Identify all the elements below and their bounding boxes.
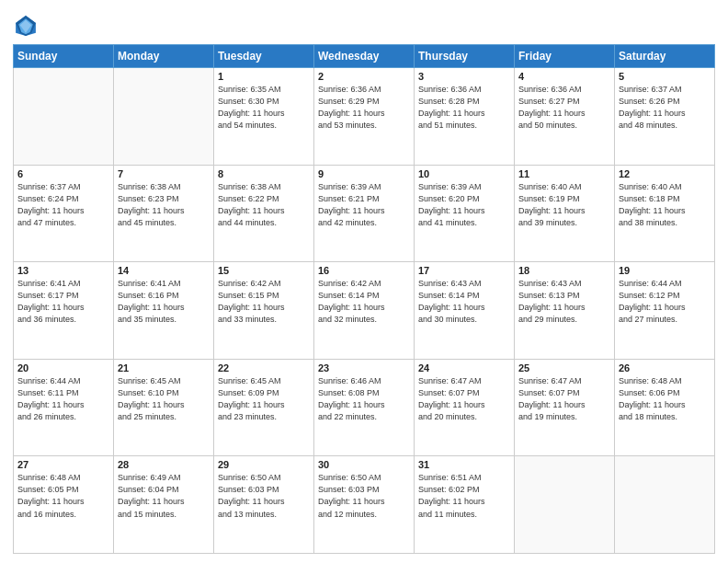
day-info: Sunrise: 6:47 AM Sunset: 6:07 PM Dayligh… [418,375,510,423]
calendar-cell: 7Sunrise: 6:38 AM Sunset: 6:23 PM Daylig… [114,165,214,262]
calendar-cell: 22Sunrise: 6:45 AM Sunset: 6:09 PM Dayli… [214,359,314,456]
day-number: 19 [619,265,711,276]
day-number: 15 [218,265,310,276]
day-info: Sunrise: 6:45 AM Sunset: 6:10 PM Dayligh… [118,375,210,423]
calendar-cell: 30Sunrise: 6:50 AM Sunset: 6:03 PM Dayli… [314,456,415,554]
weekday-header: Monday [114,45,214,68]
calendar-week-row: 20Sunrise: 6:44 AM Sunset: 6:11 PM Dayli… [14,359,715,456]
calendar-cell: 11Sunrise: 6:40 AM Sunset: 6:19 PM Dayli… [515,165,615,262]
day-info: Sunrise: 6:41 AM Sunset: 6:16 PM Dayligh… [118,278,210,326]
day-number: 11 [518,168,610,179]
day-number: 26 [619,362,711,373]
day-number: 18 [518,265,610,276]
calendar-cell: 20Sunrise: 6:44 AM Sunset: 6:11 PM Dayli… [14,359,114,456]
day-number: 10 [418,168,510,179]
calendar-cell [114,68,214,166]
day-number: 27 [17,459,109,470]
day-info: Sunrise: 6:42 AM Sunset: 6:14 PM Dayligh… [318,278,410,326]
day-info: Sunrise: 6:42 AM Sunset: 6:15 PM Dayligh… [218,278,310,326]
logo [13,13,42,39]
calendar-cell [14,68,114,166]
day-number: 16 [318,265,410,276]
weekday-header: Thursday [415,45,515,68]
calendar-cell [615,456,715,554]
calendar-cell: 25Sunrise: 6:47 AM Sunset: 6:07 PM Dayli… [515,359,615,456]
day-number: 13 [17,265,109,276]
calendar-cell: 28Sunrise: 6:49 AM Sunset: 6:04 PM Dayli… [114,456,214,554]
weekday-header: Tuesday [214,45,314,68]
day-number: 28 [118,459,210,470]
day-info: Sunrise: 6:40 AM Sunset: 6:18 PM Dayligh… [619,181,711,229]
day-number: 31 [418,459,510,470]
calendar-week-row: 1Sunrise: 6:35 AM Sunset: 6:30 PM Daylig… [14,68,715,166]
calendar-cell: 17Sunrise: 6:43 AM Sunset: 6:14 PM Dayli… [415,262,515,360]
logo-icon [13,13,39,39]
day-number: 1 [218,71,310,82]
day-info: Sunrise: 6:40 AM Sunset: 6:19 PM Dayligh… [518,181,610,229]
day-number: 4 [518,71,610,82]
day-info: Sunrise: 6:35 AM Sunset: 6:30 PM Dayligh… [218,84,310,132]
calendar-week-row: 6Sunrise: 6:37 AM Sunset: 6:24 PM Daylig… [14,165,715,262]
calendar-cell: 12Sunrise: 6:40 AM Sunset: 6:18 PM Dayli… [615,165,715,262]
day-number: 12 [619,168,711,179]
calendar-cell: 4Sunrise: 6:36 AM Sunset: 6:27 PM Daylig… [515,68,615,166]
day-info: Sunrise: 6:43 AM Sunset: 6:13 PM Dayligh… [518,278,610,326]
day-info: Sunrise: 6:50 AM Sunset: 6:03 PM Dayligh… [218,472,310,520]
calendar-cell: 24Sunrise: 6:47 AM Sunset: 6:07 PM Dayli… [415,359,515,456]
day-info: Sunrise: 6:48 AM Sunset: 6:06 PM Dayligh… [619,375,711,423]
calendar-cell: 8Sunrise: 6:38 AM Sunset: 6:22 PM Daylig… [214,165,314,262]
day-info: Sunrise: 6:49 AM Sunset: 6:04 PM Dayligh… [118,472,210,520]
weekday-header: Saturday [615,45,715,68]
day-info: Sunrise: 6:36 AM Sunset: 6:29 PM Dayligh… [318,84,410,132]
day-number: 25 [518,362,610,373]
day-info: Sunrise: 6:50 AM Sunset: 6:03 PM Dayligh… [318,472,410,520]
day-info: Sunrise: 6:36 AM Sunset: 6:28 PM Dayligh… [418,84,510,132]
calendar-cell: 2Sunrise: 6:36 AM Sunset: 6:29 PM Daylig… [314,68,415,166]
day-number: 6 [17,168,109,179]
day-info: Sunrise: 6:47 AM Sunset: 6:07 PM Dayligh… [518,375,610,423]
day-info: Sunrise: 6:37 AM Sunset: 6:24 PM Dayligh… [17,181,109,229]
calendar-cell: 31Sunrise: 6:51 AM Sunset: 6:02 PM Dayli… [415,456,515,554]
day-number: 24 [418,362,510,373]
page: SundayMondayTuesdayWednesdayThursdayFrid… [0,0,728,563]
weekday-header: Friday [515,45,615,68]
day-info: Sunrise: 6:51 AM Sunset: 6:02 PM Dayligh… [418,472,510,520]
calendar-cell: 16Sunrise: 6:42 AM Sunset: 6:14 PM Dayli… [314,262,415,360]
calendar-cell: 5Sunrise: 6:37 AM Sunset: 6:26 PM Daylig… [615,68,715,166]
header [13,9,715,39]
calendar-cell: 6Sunrise: 6:37 AM Sunset: 6:24 PM Daylig… [14,165,114,262]
day-info: Sunrise: 6:43 AM Sunset: 6:14 PM Dayligh… [418,278,510,326]
calendar-cell: 3Sunrise: 6:36 AM Sunset: 6:28 PM Daylig… [415,68,515,166]
day-number: 7 [118,168,210,179]
day-info: Sunrise: 6:38 AM Sunset: 6:23 PM Dayligh… [118,181,210,229]
calendar-cell: 14Sunrise: 6:41 AM Sunset: 6:16 PM Dayli… [114,262,214,360]
day-number: 22 [218,362,310,373]
calendar-cell: 18Sunrise: 6:43 AM Sunset: 6:13 PM Dayli… [515,262,615,360]
day-number: 9 [318,168,410,179]
calendar-week-row: 13Sunrise: 6:41 AM Sunset: 6:17 PM Dayli… [14,262,715,360]
day-info: Sunrise: 6:41 AM Sunset: 6:17 PM Dayligh… [17,278,109,326]
day-number: 3 [418,71,510,82]
calendar-cell: 21Sunrise: 6:45 AM Sunset: 6:10 PM Dayli… [114,359,214,456]
day-info: Sunrise: 6:44 AM Sunset: 6:12 PM Dayligh… [619,278,711,326]
calendar-cell: 9Sunrise: 6:39 AM Sunset: 6:21 PM Daylig… [314,165,415,262]
calendar-week-row: 27Sunrise: 6:48 AM Sunset: 6:05 PM Dayli… [14,456,715,554]
calendar-cell: 26Sunrise: 6:48 AM Sunset: 6:06 PM Dayli… [615,359,715,456]
day-info: Sunrise: 6:39 AM Sunset: 6:20 PM Dayligh… [418,181,510,229]
day-info: Sunrise: 6:46 AM Sunset: 6:08 PM Dayligh… [318,375,410,423]
day-number: 14 [118,265,210,276]
calendar-table: SundayMondayTuesdayWednesdayThursdayFrid… [13,44,715,554]
calendar-cell: 1Sunrise: 6:35 AM Sunset: 6:30 PM Daylig… [214,68,314,166]
day-number: 2 [318,71,410,82]
day-number: 29 [218,459,310,470]
calendar-cell: 13Sunrise: 6:41 AM Sunset: 6:17 PM Dayli… [14,262,114,360]
calendar-cell: 29Sunrise: 6:50 AM Sunset: 6:03 PM Dayli… [214,456,314,554]
day-info: Sunrise: 6:44 AM Sunset: 6:11 PM Dayligh… [17,375,109,423]
day-info: Sunrise: 6:39 AM Sunset: 6:21 PM Dayligh… [318,181,410,229]
weekday-header: Sunday [14,45,114,68]
day-number: 23 [318,362,410,373]
day-number: 20 [17,362,109,373]
day-info: Sunrise: 6:36 AM Sunset: 6:27 PM Dayligh… [518,84,610,132]
day-info: Sunrise: 6:45 AM Sunset: 6:09 PM Dayligh… [218,375,310,423]
calendar-header-row: SundayMondayTuesdayWednesdayThursdayFrid… [14,45,715,68]
